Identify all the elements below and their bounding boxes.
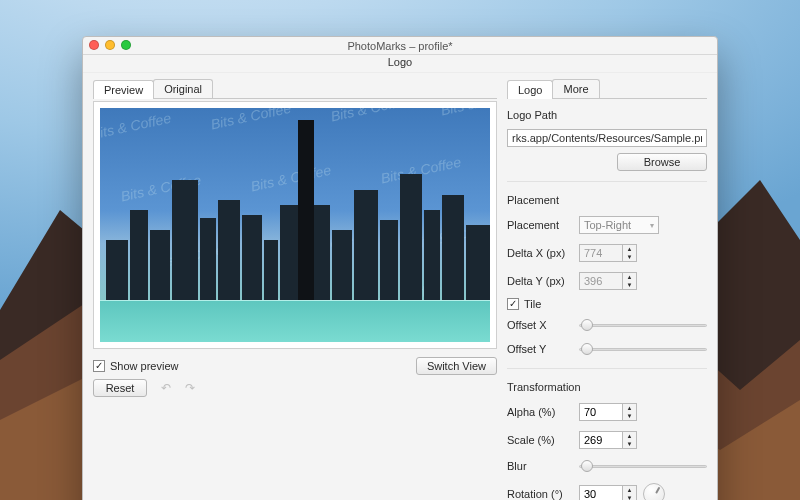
logo-dialog: PhotoMarks – profile* Logo Preview Origi… xyxy=(82,36,718,500)
preview-frame: Bits & Coffee Bits & Coffee Bits & Coffe… xyxy=(93,101,497,349)
show-preview-checkbox[interactable]: ✓ Show preview xyxy=(93,360,178,372)
stepper-down-icon[interactable]: ▼ xyxy=(623,281,636,289)
offset-y-label: Offset Y xyxy=(507,343,573,355)
rotation-label: Rotation (°) xyxy=(507,488,573,500)
stepper-up-icon[interactable]: ▲ xyxy=(623,432,636,440)
stepper-up-icon[interactable]: ▲ xyxy=(623,245,636,253)
blur-label: Blur xyxy=(507,460,573,472)
transformation-title: Transformation xyxy=(507,381,707,393)
watermark-text: Bits & Coffee xyxy=(100,110,172,143)
stepper-down-icon[interactable]: ▼ xyxy=(623,253,636,261)
stepper-down-icon[interactable]: ▼ xyxy=(623,412,636,420)
delta-y-stepper[interactable]: ▲▼ xyxy=(579,272,637,290)
placement-value: Top-Right xyxy=(584,219,631,231)
right-tabs: Logo More xyxy=(507,79,707,99)
alpha-stepper[interactable]: ▲▼ xyxy=(579,403,637,421)
titlebar: PhotoMarks – profile* xyxy=(83,37,717,55)
minimize-icon[interactable] xyxy=(105,40,115,50)
tab-more[interactable]: More xyxy=(552,79,599,98)
placement-select[interactable]: Top-Right ▾ xyxy=(579,216,659,234)
preview-water xyxy=(100,300,490,342)
stepper-up-icon[interactable]: ▲ xyxy=(623,404,636,412)
show-preview-label: Show preview xyxy=(110,360,178,372)
delta-x-stepper[interactable]: ▲▼ xyxy=(579,244,637,262)
stepper-down-icon[interactable]: ▼ xyxy=(623,494,636,500)
checkmark-icon: ✓ xyxy=(93,360,105,372)
rotation-input[interactable] xyxy=(579,485,623,500)
logo-path-input[interactable] xyxy=(507,129,707,147)
scale-input[interactable] xyxy=(579,431,623,449)
left-tabs: Preview Original xyxy=(93,79,497,99)
checkmark-icon: ✓ xyxy=(507,298,519,310)
redo-arrow-icon[interactable]: ↷ xyxy=(185,381,195,395)
scale-stepper[interactable]: ▲▼ xyxy=(579,431,637,449)
right-panel: Logo More Logo Path Browse Placement Pla… xyxy=(507,79,707,500)
watermark-text: Bits & Coffee xyxy=(329,108,412,124)
switch-view-button[interactable]: Switch View xyxy=(416,357,497,375)
placement-title: Placement xyxy=(507,194,707,206)
placement-label: Placement xyxy=(507,219,573,231)
offset-x-slider[interactable] xyxy=(579,318,707,332)
alpha-input[interactable] xyxy=(579,403,623,421)
stepper-up-icon[interactable]: ▲ xyxy=(623,273,636,281)
rotation-knob[interactable] xyxy=(643,483,665,500)
scale-label: Scale (%) xyxy=(507,434,573,446)
offset-x-label: Offset X xyxy=(507,319,573,331)
close-icon[interactable] xyxy=(89,40,99,50)
undo-arrow-icon[interactable]: ↶ xyxy=(161,381,171,395)
logo-path-label: Logo Path xyxy=(507,109,707,121)
chevron-down-icon: ▾ xyxy=(650,221,654,230)
tab-original[interactable]: Original xyxy=(153,79,213,98)
window-title: PhotoMarks – profile* xyxy=(83,40,717,52)
preview-image: Bits & Coffee Bits & Coffee Bits & Coffe… xyxy=(100,108,490,342)
delta-x-input xyxy=(579,244,623,262)
blur-slider[interactable] xyxy=(579,459,707,473)
stepper-down-icon[interactable]: ▼ xyxy=(623,440,636,448)
left-panel: Preview Original Bits & Coffee Bits & Co… xyxy=(93,79,497,500)
delta-y-input xyxy=(579,272,623,290)
tab-logo[interactable]: Logo xyxy=(507,80,553,99)
desktop-wallpaper: PhotoMarks – profile* Logo Preview Origi… xyxy=(0,0,800,500)
stepper-up-icon[interactable]: ▲ xyxy=(623,486,636,494)
delta-x-label: Delta X (px) xyxy=(507,247,573,259)
tile-label: Tile xyxy=(524,298,541,310)
watermark-text: Bits & Coffee xyxy=(249,162,332,195)
reset-button[interactable]: Reset xyxy=(93,379,147,397)
offset-y-slider[interactable] xyxy=(579,342,707,356)
window-subtitle: Logo xyxy=(83,55,717,73)
traffic-lights xyxy=(89,40,131,50)
alpha-label: Alpha (%) xyxy=(507,406,573,418)
browse-button[interactable]: Browse xyxy=(617,153,707,171)
rotation-stepper[interactable]: ▲▼ xyxy=(579,485,637,500)
delta-y-label: Delta Y (px) xyxy=(507,275,573,287)
zoom-icon[interactable] xyxy=(121,40,131,50)
watermark-text: Bits & Coffee xyxy=(209,108,292,132)
tile-checkbox[interactable]: ✓ Tile xyxy=(507,298,707,310)
watermark-text: Bits & Coffee xyxy=(439,108,490,118)
tab-preview[interactable]: Preview xyxy=(93,80,154,99)
